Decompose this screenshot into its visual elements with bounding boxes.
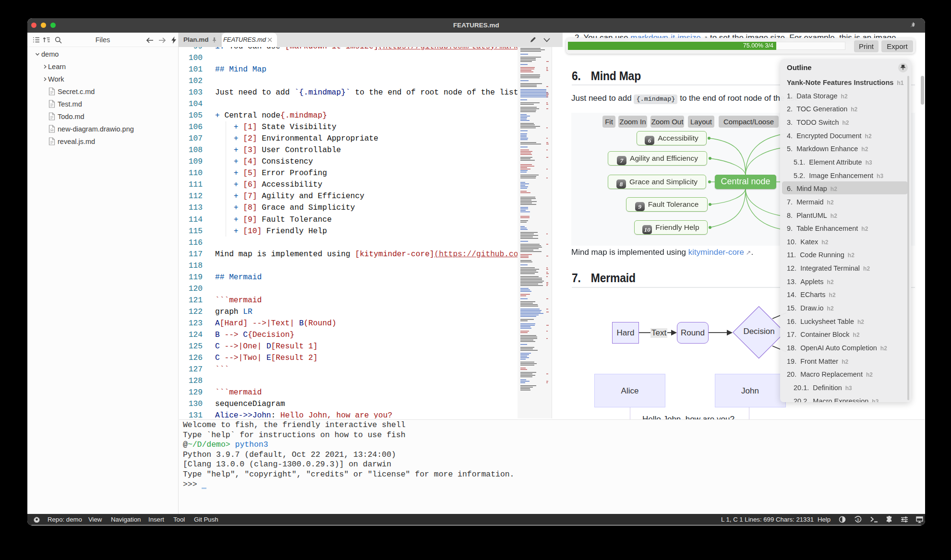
svg-text:9: 9	[857, 517, 859, 522]
